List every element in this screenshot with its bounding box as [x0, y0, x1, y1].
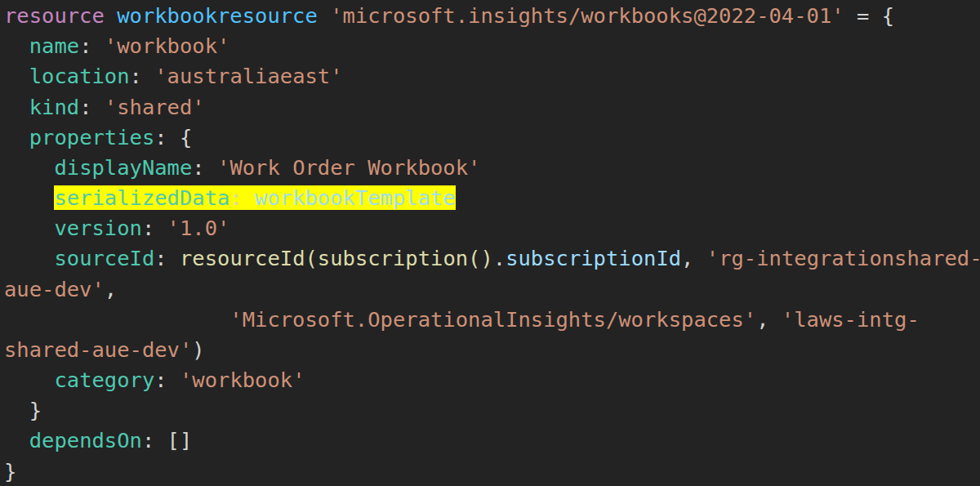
code-token: :	[142, 428, 167, 453]
code-line: aue-dev',	[4, 274, 980, 305]
code-token: }	[4, 398, 42, 422]
code-line: }	[4, 457, 980, 486]
code-token	[4, 216, 54, 240]
code-token: name	[29, 33, 79, 58]
code-token: kind	[29, 95, 79, 119]
code-token: displayName	[54, 155, 192, 180]
code-token: aue-dev'	[4, 277, 105, 301]
code-token: properties	[29, 125, 155, 149]
code-token: resource	[4, 3, 105, 28]
code-token: 'australiaeast'	[154, 64, 342, 88]
code-token: 'rg-integrationshared-	[706, 246, 980, 270]
code-token	[4, 64, 29, 88]
code-token: :	[79, 95, 105, 119]
code-token	[4, 307, 229, 332]
code-token: }	[4, 459, 16, 484]
code-token: = {	[844, 3, 894, 28]
code-token	[105, 3, 117, 28]
code-token-highlighted: :	[229, 185, 255, 210]
code-token: workbookresource	[117, 3, 318, 28]
code-token: :	[192, 155, 217, 180]
code-token: .	[493, 246, 506, 270]
code-token: sourceId	[54, 246, 154, 270]
code-token	[4, 33, 29, 58]
code-token	[4, 368, 54, 392]
code-line: category: 'workbook'	[4, 365, 980, 395]
code-token: '1.0'	[167, 216, 230, 240]
code-token: :	[142, 216, 167, 240]
code-token: :	[130, 64, 155, 88]
code-token: location	[29, 64, 130, 88]
code-line: displayName: 'Work Order Workbook'	[4, 153, 980, 183]
code-line: kind: 'shared'	[4, 92, 980, 123]
code-token: 'shared'	[105, 95, 205, 119]
code-line: }	[4, 395, 980, 426]
code-token	[4, 95, 29, 119]
code-token: :	[154, 246, 180, 270]
code-line: resource workbookresource 'microsoft.ins…	[4, 1, 980, 31]
code-token: ,	[681, 246, 706, 270]
code-editor[interactable]: resource workbookresource 'microsoft.ins…	[0, 0, 980, 486]
code-line: location: 'australiaeast'	[4, 61, 980, 91]
code-line: version: '1.0'	[4, 213, 980, 243]
code-token: 'Work Order Workbook'	[217, 155, 480, 180]
code-token: :	[154, 368, 180, 392]
code-token	[318, 3, 330, 28]
code-token: : {	[154, 125, 192, 149]
code-token	[4, 428, 29, 453]
code-token-highlighted: serializedData	[54, 185, 229, 210]
code-token: ,	[756, 307, 782, 332]
code-line: properties: {	[4, 123, 980, 153]
code-token: 'microsoft.insights/workbooks@2022-04-01…	[330, 3, 844, 28]
code-line: shared-aue-dev')	[4, 335, 980, 365]
code-token-highlighted: workbookTemplate	[255, 185, 456, 210]
code-token: version	[54, 216, 141, 240]
code-line: serializedData: workbookTemplate	[4, 183, 980, 213]
code-token: subscription()	[318, 246, 493, 270]
code-token: resourceId(	[180, 246, 318, 270]
code-token: dependsOn	[29, 428, 142, 453]
code-line: 'Microsoft.OperationalInsights/workspace…	[4, 305, 980, 335]
code-token: []	[167, 428, 193, 453]
code-token: category	[54, 368, 154, 392]
code-token: subscriptionId	[506, 246, 681, 270]
code-token: 'Microsoft.OperationalInsights/workspace…	[229, 307, 756, 332]
code-line: dependsOn: []	[4, 426, 980, 456]
code-token	[4, 155, 54, 180]
code-token	[4, 125, 29, 149]
code-token: :	[79, 33, 105, 58]
code-token	[4, 246, 54, 270]
code-token: ,	[105, 277, 117, 301]
code-token: shared-aue-dev'	[4, 337, 192, 362]
code-lines: resource workbookresource 'microsoft.ins…	[4, 1, 980, 486]
code-token: 'laws-intg-	[782, 307, 920, 332]
code-token: )	[192, 337, 204, 362]
code-token	[4, 185, 54, 210]
code-line: name: 'workbook'	[4, 31, 980, 61]
code-line: sourceId: resourceId(subscription().subs…	[4, 243, 980, 274]
code-token: 'workbook'	[180, 368, 305, 392]
code-token: 'workbook'	[105, 33, 230, 58]
